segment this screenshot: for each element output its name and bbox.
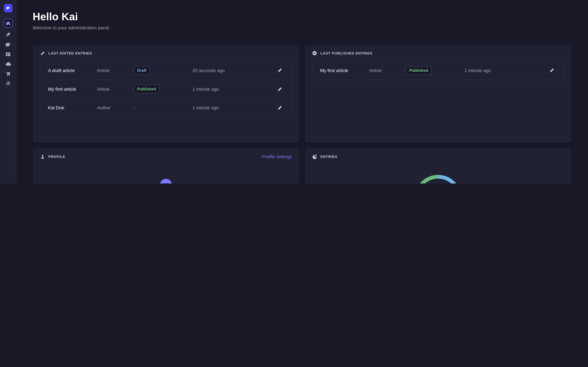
entry-type: Article [97,68,134,73]
entry-name: A draft article [48,68,97,73]
entry-type: Author [97,105,134,110]
sidebar-item-settings[interactable] [5,81,11,86]
status-badge: Draft [134,66,150,75]
profile-settings-link[interactable]: Profile settings [262,154,292,159]
edit-entry-button[interactable] [275,103,284,112]
profile-avatar: KD [160,179,172,184]
table-row[interactable]: My first article Article Published 1 min… [312,61,564,80]
edit-entry-button[interactable] [275,66,284,75]
status-empty: - [134,105,135,110]
pencil-icon [40,50,45,56]
pencil-icon [277,87,282,92]
card-title: ENTRIES [320,155,337,158]
person-icon [40,154,45,159]
card-title: PROFILE [48,155,65,158]
strapi-logo[interactable] [4,4,12,12]
last-edited-entries-card: LAST EDITED ENTRIES A draft article Arti… [33,45,299,143]
sidebar-item-deploy[interactable] [5,61,11,67]
table-row[interactable]: A draft article Article Draft 20 seconds… [40,61,292,80]
entries-donut: 3 entries [415,175,462,184]
entry-time: 20 seconds ago [192,68,273,73]
last-edited-table: A draft article Article Draft 20 seconds… [40,61,292,117]
main-content: Hello Kai Welcome to your administration… [16,0,588,184]
sidebar-item-media-library[interactable] [5,42,11,47]
entry-time: 1 minute ago [192,105,273,110]
strapi-admin-dashboard: KD Hello Kai Welcome to your administrat… [0,0,588,184]
marketplace-cart-icon [5,71,11,76]
entry-name: Kai Doe [48,105,97,110]
deploy-cloud-icon [5,61,11,67]
entry-type: Article [97,86,134,92]
entries-chart-card: ENTRIES 3 entries Draft [305,149,571,184]
entry-name: My first article [320,68,369,73]
edit-entry-button[interactable] [547,66,556,75]
sidebar-item-marketplace[interactable] [5,71,11,77]
sidebar-item-home[interactable] [3,19,13,28]
pencil-icon [549,68,554,73]
entry-time: 1 minute ago [465,68,545,73]
entry-name: My first article [48,86,97,92]
table-row[interactable]: My first article Article Published 1 min… [40,80,292,98]
content-type-builder-layout-icon [5,51,11,57]
strapi-logo-glyph [6,6,10,11]
status-badge: Published [134,85,160,93]
check-circle-icon [312,50,317,56]
sidebar: KD [0,0,16,184]
card-title: LAST EDITED ENTRIES [48,51,92,55]
edit-entry-button[interactable] [275,85,284,93]
page-subtitle: Welcome to your administration panel [33,25,571,30]
content-manager-feather-icon [5,32,11,37]
settings-gear-icon [5,81,11,86]
home-icon [5,21,11,26]
sidebar-item-content-manager[interactable] [5,32,11,38]
pie-chart-icon [312,154,317,159]
status-badge: Published [406,66,432,75]
sidebar-item-content-type-builder[interactable] [5,51,11,57]
entry-type: Article [369,68,406,73]
pencil-icon [277,68,282,73]
profile-card: PROFILE Profile settings KD Kai Doe kai.… [33,149,299,184]
card-title: LAST PUBLISHED ENTRIES [320,51,372,55]
table-row[interactable]: Kai Doe Author - 1 minute ago [40,98,292,117]
last-published-entries-card: LAST PUBLISHED ENTRIES My first article … [305,45,571,143]
entry-time: 1 minute ago [192,86,273,92]
pencil-icon [277,105,282,110]
last-published-table: My first article Article Published 1 min… [312,61,564,80]
media-library-icon [5,42,11,47]
page-title: Hello Kai [33,11,571,23]
